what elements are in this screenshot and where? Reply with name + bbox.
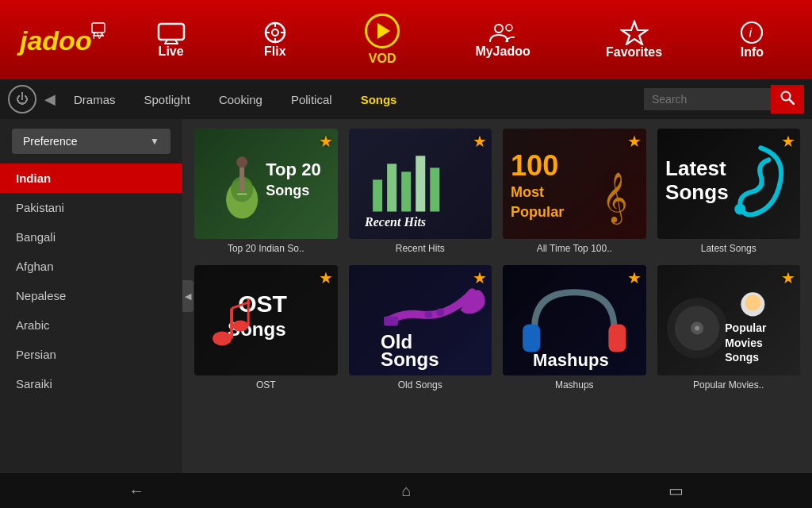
grid-label-latest: Latest Songs <box>701 243 756 254</box>
nav-live-label: Live <box>159 44 184 59</box>
grid-label-old: Old Songs <box>398 379 442 391</box>
thumb-top20: ★ Top 20 Songs <box>194 129 338 239</box>
favorites-star-icon <box>620 20 649 45</box>
tab-cooking[interactable]: Cooking <box>205 87 277 113</box>
dropdown-arrow-icon: ▼ <box>150 136 159 147</box>
grid-item-mashups[interactable]: ★ Mashups Mashups <box>503 265 646 391</box>
search-input[interactable] <box>644 88 771 110</box>
svg-rect-34 <box>430 167 439 211</box>
svg-line-22 <box>789 99 794 104</box>
svg-text:Recent Hits: Recent Hits <box>364 215 426 229</box>
svg-rect-55 <box>523 324 540 352</box>
svg-point-63 <box>745 294 760 310</box>
svg-point-42 <box>734 203 745 214</box>
power-button[interactable]: ⏻ <box>8 85 36 114</box>
svg-text:Top 20: Top 20 <box>266 160 320 179</box>
star-badge-latest: ★ <box>781 132 795 151</box>
svg-point-11 <box>272 29 278 36</box>
nav-info[interactable]: i Info <box>722 13 782 66</box>
content-grid: ★ Top 20 Songs Top 20 Indian So.. ★ <box>182 119 812 473</box>
svg-rect-56 <box>608 324 626 352</box>
sidebar: Preference ▼ Indian Pakistani Bangali Af… <box>0 119 182 473</box>
svg-rect-33 <box>416 156 425 211</box>
sidebar-item-pakistani[interactable]: Pakistani <box>0 193 182 222</box>
vod-circle-icon <box>365 13 400 48</box>
svg-text:Popular: Popular <box>725 321 767 334</box>
svg-text:Popular: Popular <box>511 204 564 220</box>
tab-political[interactable]: Political <box>277 87 347 113</box>
star-badge-popular: ★ <box>781 268 795 287</box>
svg-point-48 <box>232 320 248 331</box>
svg-text:Mashups: Mashups <box>533 349 609 369</box>
nav-myjadoo[interactable]: MyJadoo <box>459 14 546 65</box>
svg-marker-18 <box>622 21 647 44</box>
search-icon <box>780 90 795 105</box>
grid-item-old[interactable]: ★ Old Songs Old Songs <box>349 265 492 391</box>
home-button[interactable]: ⌂ <box>377 477 435 505</box>
svg-text:100: 100 <box>511 149 558 182</box>
group-icon <box>488 21 517 44</box>
grid-item-popular[interactable]: ★ Popular Movies Songs Popular Movies.. <box>657 265 801 391</box>
film-icon <box>261 21 289 44</box>
svg-rect-32 <box>401 171 411 211</box>
nav-items: Live Flix VOD <box>119 7 804 72</box>
sidebar-item-saraiki[interactable]: Saraiki <box>0 369 182 398</box>
sidebar-item-persian[interactable]: Persian <box>0 340 182 369</box>
preference-dropdown[interactable]: Preference ▼ <box>12 129 170 154</box>
tab-spotlight[interactable]: Spotlight <box>130 87 205 113</box>
svg-rect-30 <box>373 179 382 211</box>
grid-label-top20: Top 20 Indian So.. <box>228 243 304 254</box>
tab-songs[interactable]: Songs <box>347 87 412 113</box>
star-badge-mashups: ★ <box>627 268 642 287</box>
search-area <box>644 85 804 114</box>
tab-left-arrow[interactable]: ◀ <box>44 90 56 108</box>
svg-point-45 <box>213 331 232 345</box>
tv-icon <box>157 21 186 44</box>
tabs-bar: ⏻ ◀ Dramas Spotlight Cooking Political S… <box>0 79 812 119</box>
sidebar-item-indian[interactable]: Indian <box>0 164 182 193</box>
back-button[interactable]: ← <box>105 477 168 505</box>
sidebar-item-arabic[interactable]: Arabic <box>0 310 182 340</box>
star-badge-top20: ★ <box>319 132 333 151</box>
tabs-list: Dramas Spotlight Cooking Political Songs <box>59 87 644 113</box>
svg-text:𝄞: 𝄞 <box>602 172 628 225</box>
thumb-popular: ★ Popular Movies Songs <box>657 265 801 375</box>
svg-text:Songs: Songs <box>266 183 309 198</box>
svg-text:Movies: Movies <box>725 336 763 348</box>
top-navigation: jadoo TV Live <box>0 0 812 79</box>
nav-vod-label: VOD <box>369 52 396 66</box>
svg-point-52 <box>436 308 444 316</box>
nav-favorites[interactable]: Favorites <box>590 13 678 66</box>
thumb-top100: ★ 100 Most Popular 𝄞 <box>503 129 646 239</box>
svg-text:Latest: Latest <box>665 156 726 180</box>
tab-dramas[interactable]: Dramas <box>59 87 130 113</box>
grid-item-ost[interactable]: ★ OST Songs OST <box>194 265 338 391</box>
search-button[interactable] <box>771 85 804 114</box>
svg-point-17 <box>506 25 512 31</box>
svg-text:Songs: Songs <box>381 348 439 369</box>
svg-rect-50 <box>384 316 398 325</box>
sidebar-item-afghan[interactable]: Afghan <box>0 252 182 281</box>
nav-flix[interactable]: Flix <box>245 14 305 65</box>
grid-item-top20[interactable]: ★ Top 20 Songs Top 20 Indian So.. <box>194 129 338 254</box>
nav-live[interactable]: Live <box>141 14 201 65</box>
svg-text:Songs: Songs <box>725 350 759 363</box>
svg-text:i: i <box>749 26 753 40</box>
bottom-bar: ← ⌂ ▭ <box>0 473 812 508</box>
grid-item-latest[interactable]: ★ Latest Songs Latest Songs <box>657 129 801 254</box>
sidebar-item-bangali[interactable]: Bangali <box>0 222 182 252</box>
recents-button[interactable]: ▭ <box>645 476 707 505</box>
svg-point-26 <box>236 156 247 167</box>
thumb-recent: ★ Recent Hits <box>349 129 492 239</box>
sidebar-item-nepalese[interactable]: Nepalese <box>0 281 182 310</box>
svg-text:Songs: Songs <box>665 180 729 204</box>
main-content: Preference ▼ Indian Pakistani Bangali Af… <box>0 119 812 473</box>
power-icon: ⏻ <box>16 92 29 106</box>
grid-item-top100[interactable]: ★ 100 Most Popular 𝄞 All Time Top 100.. <box>503 129 646 254</box>
sidebar-collapse-tab[interactable]: ◀ <box>182 280 193 312</box>
grid-item-recent[interactable]: ★ Recent Hits Recent Hits <box>349 129 492 254</box>
svg-text:Most: Most <box>511 184 544 200</box>
grid-label-top100: All Time Top 100.. <box>537 243 612 254</box>
nav-vod[interactable]: VOD <box>349 7 416 72</box>
thumb-old: ★ Old Songs <box>349 265 492 375</box>
